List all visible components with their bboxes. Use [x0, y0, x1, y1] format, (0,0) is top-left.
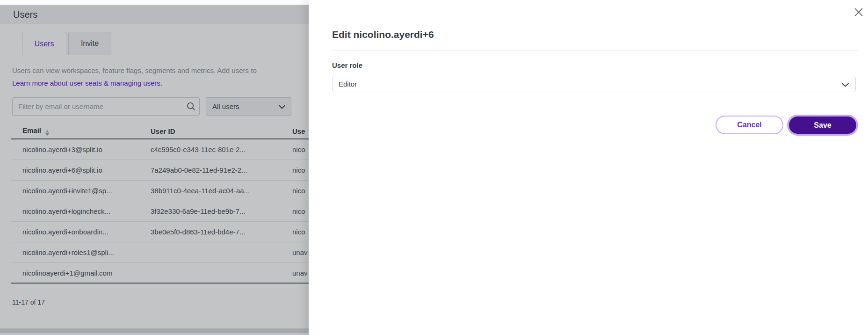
- save-button[interactable]: Save: [789, 117, 856, 134]
- modal-divider: [332, 50, 858, 51]
- user-role-label: User role: [332, 61, 362, 69]
- close-button[interactable]: [852, 6, 865, 19]
- modal-title: Edit nicolino.ayerdi+6: [332, 29, 434, 40]
- modal-backdrop[interactable]: [0, 5, 309, 335]
- user-role-value: Editor: [333, 80, 357, 88]
- screen: Users Users Invite Users can view worksp…: [0, 0, 868, 335]
- edit-user-modal: Edit nicolino.ayerdi+6 User role Editor …: [309, 0, 868, 335]
- cancel-button[interactable]: Cancel: [716, 116, 783, 134]
- chevron-down-icon: [842, 83, 849, 87]
- user-role-select[interactable]: Editor: [332, 76, 856, 92]
- top-edge: [0, 0, 309, 5]
- close-icon: [853, 7, 864, 18]
